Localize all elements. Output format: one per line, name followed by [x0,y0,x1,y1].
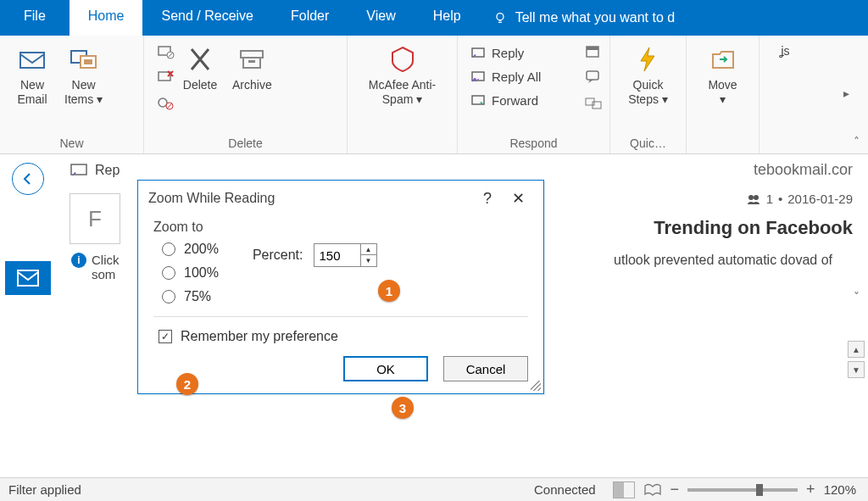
lightning-icon [632,44,663,75]
svg-rect-12 [248,60,255,63]
more-respond-icon[interactable] [584,93,603,112]
reply-button[interactable]: Reply [468,42,574,63]
svg-rect-21 [18,270,38,286]
zoom-slider[interactable] [687,488,798,492]
tab-home[interactable]: Home [70,0,143,36]
new-email-icon [17,44,47,75]
remember-checkbox[interactable]: ✓ [159,330,172,343]
view-reading-button[interactable] [643,482,662,498]
svg-rect-1 [20,53,44,68]
mcafee-button[interactable]: McAfee Anti- Spam ▾ [362,41,442,110]
tab-help[interactable]: Help [415,0,480,36]
reply-all-icon [470,68,487,85]
delete-button[interactable]: Delete [175,41,225,96]
meeting-icon[interactable] [584,42,603,61]
new-items-button[interactable]: New Items ▾ [58,41,109,110]
svg-point-0 [497,14,504,20]
zoom-100-radio[interactable]: 100% [162,265,219,281]
blocked-content-tail: utlook prevented automatic dovad of [614,253,832,268]
ribbon: New Email New Items ▾ New Delete [0,36,868,154]
callout-1: 1 [378,280,400,302]
zoom-out-button[interactable]: − [670,481,680,498]
new-email-button[interactable]: New Email [7,41,58,110]
nav-mail-button[interactable] [5,261,51,295]
delete-icon [185,44,215,75]
quick-steps-button[interactable]: Quick Steps ▾ [621,41,675,110]
cleanup-icon[interactable] [156,68,175,86]
new-items-icon [69,44,99,75]
forward-button[interactable]: Forward [468,90,574,110]
lightbulb-icon [493,11,507,25]
zoom-level[interactable]: 120% [824,482,856,497]
cancel-button[interactable]: Cancel [443,356,528,381]
ribbon-overflow-icon[interactable]: ▸ [843,86,849,100]
zoom-in-button[interactable]: + [806,481,815,498]
ribbon-tabs: File Home Send / Receive Folder View Hel… [0,0,868,36]
callout-2: 2 [176,373,198,395]
reply-icon [470,44,487,61]
tags-button[interactable]: ʝs [760,41,810,62]
group-label-quicksteps: Quic… [610,135,686,153]
back-button[interactable] [12,163,44,195]
inline-reply-snippet[interactable]: Rep [70,163,868,178]
scroll-down-button[interactable]: ▼ [848,361,865,378]
tab-file[interactable]: File [0,0,70,36]
zoom-200-radio[interactable]: 200% [162,242,219,257]
move-button[interactable]: Move ▾ [698,41,748,110]
dialog-close-button[interactable]: ✕ [503,189,533,208]
junk-icon[interactable] [156,93,175,112]
zoom-dialog: Zoom While Reading ? ✕ Zoom to 200% 100%… [137,180,544,394]
status-connected: Connected [534,482,613,497]
svg-rect-22 [71,164,86,175]
group-label-delete: Delete [144,135,347,153]
zoom-to-label: Zoom to [153,220,528,235]
view-normal-button[interactable] [613,482,635,498]
forward-icon [470,92,487,109]
ribbon-collapse-icon[interactable]: ˄ [854,135,860,148]
spin-down-button[interactable]: ▼ [361,255,376,266]
im-icon[interactable] [584,68,603,86]
svg-rect-10 [241,51,263,58]
subject-tail: Trending on Facebook [654,217,853,239]
spin-up-button[interactable]: ▲ [361,244,376,255]
from-tail: tebookmail.cor [754,161,853,179]
people-icon [746,193,761,205]
resize-grip[interactable] [531,381,541,391]
scroll-up-button[interactable]: ▲ [848,341,865,358]
reply-all-button[interactable]: Reply All [468,66,574,86]
group-label-respond: Respond [458,135,609,153]
nav-strip [0,154,56,477]
tab-view[interactable]: View [348,0,414,36]
svg-rect-4 [84,59,92,64]
expand-header-icon[interactable]: ˅ [854,290,860,303]
callout-3: 3 [392,397,414,419]
svg-point-23 [748,195,754,200]
respond-extras [579,41,603,112]
zoom-75-radio[interactable]: 75% [162,289,219,304]
dialog-title: Zoom While Reading [148,191,275,206]
mcafee-icon [387,44,418,75]
status-bar: Filter applied Connected − + 120% [0,477,868,501]
dialog-help-button[interactable]: ? [472,190,503,208]
tab-send-receive[interactable]: Send / Receive [142,0,272,36]
ignore-icon[interactable] [156,42,175,61]
sender-avatar: F [70,193,120,244]
status-filter: Filter applied [0,482,81,497]
percent-spinner[interactable]: ▲ ▼ [314,243,377,267]
archive-icon [236,44,267,75]
svg-point-8 [159,98,167,107]
ok-button[interactable]: OK [343,356,428,381]
tab-folder[interactable]: Folder [272,0,348,36]
svg-rect-17 [587,47,598,50]
percent-input[interactable] [314,244,360,266]
svg-rect-18 [587,71,598,80]
recipient-date: 1 • 2016-01-29 [746,192,853,206]
move-icon [708,44,738,75]
svg-point-24 [754,195,759,200]
tell-me-search[interactable]: Tell me what you want to d [480,0,689,36]
info-bar: i Click som [71,253,120,281]
reply-icon [70,163,88,178]
tell-me-placeholder: Tell me what you want to d [515,10,676,25]
archive-button[interactable]: Archive [225,41,279,96]
info-icon: i [71,253,86,268]
